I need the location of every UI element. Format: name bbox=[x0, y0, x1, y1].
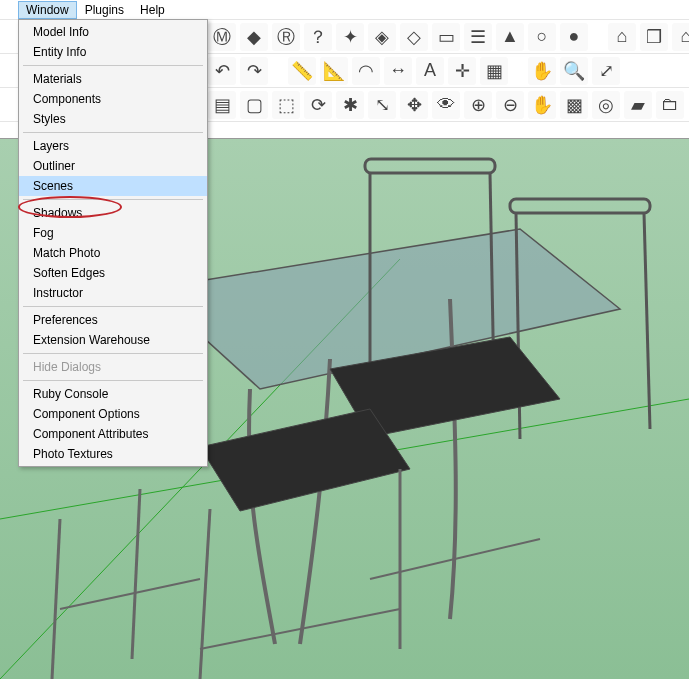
target-icon[interactable]: ◎ bbox=[592, 91, 620, 119]
help-icon[interactable]: ？ bbox=[304, 23, 332, 51]
window-menu-dropdown: Model InfoEntity InfoMaterialsComponents… bbox=[18, 19, 208, 467]
text-icon[interactable]: A bbox=[416, 57, 444, 85]
zoom-icon[interactable]: 🔍 bbox=[560, 57, 588, 85]
menu-item-soften-edges[interactable]: Soften Edges bbox=[19, 263, 207, 283]
sphere-icon[interactable]: ● bbox=[560, 23, 588, 51]
menu-separator bbox=[23, 353, 203, 354]
zoom-extents-icon[interactable]: ⤢ bbox=[592, 57, 620, 85]
menu-item-entity-info[interactable]: Entity Info bbox=[19, 42, 207, 62]
svg-line-11 bbox=[200, 509, 210, 679]
menu-item-styles[interactable]: Styles bbox=[19, 109, 207, 129]
color-icon[interactable]: ▰ bbox=[624, 91, 652, 119]
house-icon[interactable]: ⌂ bbox=[608, 23, 636, 51]
protractor-icon[interactable]: ◠ bbox=[352, 57, 380, 85]
menu-item-extension-warehouse[interactable]: Extension Warehouse bbox=[19, 330, 207, 350]
arrow-up-icon[interactable]: ▲ bbox=[496, 23, 524, 51]
menu-separator bbox=[23, 380, 203, 381]
menu-separator bbox=[23, 132, 203, 133]
menu-separator bbox=[23, 65, 203, 66]
menu-item-shadows[interactable]: Shadows bbox=[19, 203, 207, 223]
menu-item-scenes[interactable]: Scenes bbox=[19, 176, 207, 196]
svg-line-13 bbox=[52, 519, 60, 679]
menu-item-component-attributes[interactable]: Component Attributes bbox=[19, 424, 207, 444]
layers-icon[interactable]: ☰ bbox=[464, 23, 492, 51]
zoom-out-icon[interactable]: ⊖ bbox=[496, 91, 524, 119]
menu-separator bbox=[23, 306, 203, 307]
frame-icon[interactable]: ▢ bbox=[240, 91, 268, 119]
cube-icon[interactable]: ❒ bbox=[640, 23, 668, 51]
menu-item-match-photo[interactable]: Match Photo bbox=[19, 243, 207, 263]
menu-item-model-info[interactable]: Model Info bbox=[19, 22, 207, 42]
next-icon[interactable]: ↷ bbox=[240, 57, 268, 85]
menu-item-components[interactable]: Components bbox=[19, 89, 207, 109]
pan-icon[interactable]: ✋ bbox=[528, 57, 556, 85]
model-icon[interactable]: Ⓜ bbox=[208, 23, 236, 51]
scale-icon[interactable]: ⤡ bbox=[368, 91, 396, 119]
rotate-icon[interactable]: ⟳ bbox=[304, 91, 332, 119]
menu-help[interactable]: Help bbox=[132, 1, 173, 19]
menubar: WindowPluginsHelp bbox=[0, 0, 689, 20]
menu-separator bbox=[23, 199, 203, 200]
menu-item-outliner[interactable]: Outliner bbox=[19, 156, 207, 176]
menu-item-materials[interactable]: Materials bbox=[19, 69, 207, 89]
home-icon[interactable]: ⌂ bbox=[672, 23, 689, 51]
menu-plugins[interactable]: Plugins bbox=[77, 1, 132, 19]
menu-item-fog[interactable]: Fog bbox=[19, 223, 207, 243]
select-icon[interactable]: ⬚ bbox=[272, 91, 300, 119]
record-icon[interactable]: Ⓡ bbox=[272, 23, 300, 51]
diamond-icon[interactable]: ◇ bbox=[400, 23, 428, 51]
circle-icon[interactable]: ○ bbox=[528, 23, 556, 51]
move-icon[interactable]: ✥ bbox=[400, 91, 428, 119]
menu-item-preferences[interactable]: Preferences bbox=[19, 310, 207, 330]
gem-icon[interactable]: ◈ bbox=[368, 23, 396, 51]
star-icon[interactable]: ✦ bbox=[336, 23, 364, 51]
menu-item-hide-dialogs: Hide Dialogs bbox=[19, 357, 207, 377]
axis-icon[interactable]: ✛ bbox=[448, 57, 476, 85]
explode-icon[interactable]: ✱ bbox=[336, 91, 364, 119]
svg-line-14 bbox=[132, 489, 140, 659]
previous-icon[interactable]: ↶ bbox=[208, 57, 236, 85]
menu-item-photo-textures[interactable]: Photo Textures bbox=[19, 444, 207, 464]
menu-item-ruby-console[interactable]: Ruby Console bbox=[19, 384, 207, 404]
box-icon[interactable]: ▭ bbox=[432, 23, 460, 51]
section-icon[interactable]: ▦ bbox=[480, 57, 508, 85]
menu-item-component-options[interactable]: Component Options bbox=[19, 404, 207, 424]
svg-marker-10 bbox=[200, 409, 410, 511]
menu-item-layers[interactable]: Layers bbox=[19, 136, 207, 156]
svg-line-8 bbox=[644, 213, 650, 429]
tape-icon[interactable]: 📏 bbox=[288, 57, 316, 85]
pan-tool-icon[interactable]: ✋ bbox=[528, 91, 556, 119]
dimension-icon[interactable]: ↔ bbox=[384, 57, 412, 85]
orbit-icon[interactable]: ◆ bbox=[240, 23, 268, 51]
zoom-in-icon[interactable]: ⊕ bbox=[464, 91, 492, 119]
eye-icon[interactable]: 👁 bbox=[432, 91, 460, 119]
svg-rect-3 bbox=[365, 159, 495, 173]
menu-window[interactable]: Window bbox=[18, 1, 77, 19]
layer-icon[interactable]: ▤ bbox=[208, 91, 236, 119]
ruler-icon[interactable]: 📐 bbox=[320, 57, 348, 85]
menu-item-instructor[interactable]: Instructor bbox=[19, 283, 207, 303]
region-icon[interactable]: ▩ bbox=[560, 91, 588, 119]
svg-rect-6 bbox=[510, 199, 650, 213]
folder-icon[interactable]: 🗀 bbox=[656, 91, 684, 119]
